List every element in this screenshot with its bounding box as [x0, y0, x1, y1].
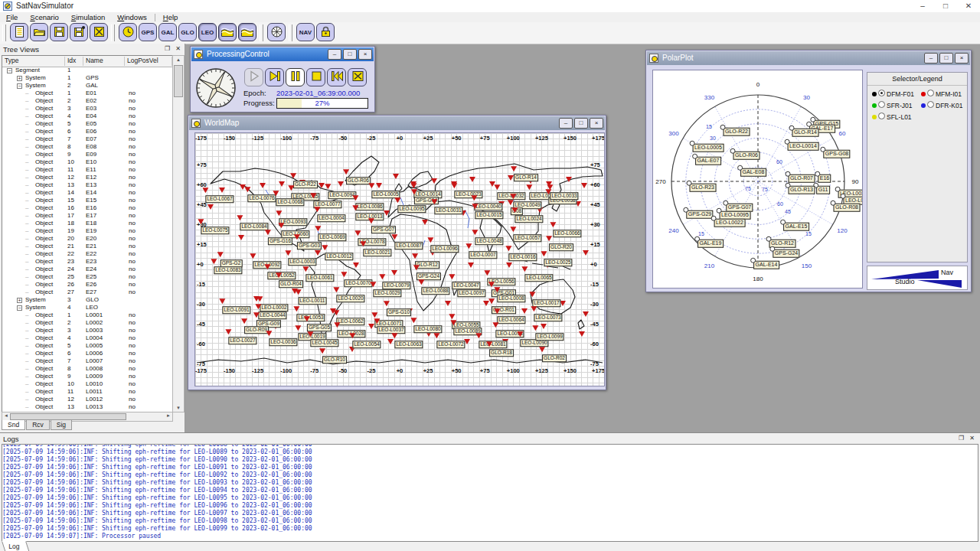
- collapse-icon[interactable]: −: [17, 305, 22, 311]
- scrollbar-thumb[interactable]: [10, 413, 126, 420]
- leo-button[interactable]: LEO: [198, 23, 217, 41]
- play-to-end-button[interactable]: [265, 68, 284, 86]
- nav-button[interactable]: NAV: [296, 23, 315, 41]
- lock-button[interactable]: [316, 23, 335, 41]
- minimize-button[interactable]: –: [328, 49, 341, 60]
- log-tab[interactable]: Log: [2, 541, 30, 551]
- tree-row[interactable]: –Object27E27no: [2, 289, 172, 296]
- clock-button[interactable]: [119, 23, 137, 41]
- minimize-button[interactable]: –: [924, 53, 938, 64]
- scrollbar-thumb[interactable]: [174, 65, 183, 97]
- tree-row[interactable]: –Object13L0013no: [2, 403, 172, 411]
- scroll-up-icon[interactable]: ▲: [173, 57, 184, 62]
- tree-row[interactable]: –Object19E19no: [2, 227, 172, 235]
- log-output[interactable]: [2025-07-09 14:59:06]:INF: Shifting eph-…: [2, 444, 978, 542]
- tree-row[interactable]: –Object12E12no: [2, 174, 172, 181]
- tree-row[interactable]: –Object15E15no: [2, 197, 172, 204]
- dock-tab-sig[interactable]: Sig: [51, 420, 72, 430]
- tree-row[interactable]: –Object11E11no: [2, 166, 172, 174]
- tree-row[interactable]: –Object7L0007no: [2, 357, 172, 365]
- scroll-left-icon[interactable]: ◄: [4, 413, 8, 418]
- polarplot-titlebar[interactable]: PolarPlot – □ ×: [647, 51, 970, 65]
- tree-row[interactable]: –Object10E10no: [2, 158, 172, 166]
- close-button[interactable]: ×: [590, 118, 603, 129]
- save-as-button[interactable]: [70, 23, 88, 41]
- dock-tab-snd[interactable]: Snd: [2, 420, 25, 430]
- gps-button[interactable]: GPS: [139, 23, 157, 41]
- close-panel-icon[interactable]: ✕: [967, 434, 977, 443]
- close-button[interactable]: ✕: [957, 0, 980, 12]
- tree-row[interactable]: –Object17E17no: [2, 212, 172, 220]
- gal-button[interactable]: GAL: [158, 23, 177, 41]
- cancel-button[interactable]: [348, 68, 367, 86]
- close-button[interactable]: ×: [955, 53, 969, 64]
- tree-row[interactable]: +System1GPS: [2, 74, 172, 82]
- menu-help[interactable]: Help: [157, 12, 185, 22]
- collapse-icon[interactable]: −: [7, 68, 12, 73]
- tree-row[interactable]: –Object11L0011no: [2, 388, 172, 396]
- tree-row[interactable]: –Object4L0004no: [2, 334, 172, 342]
- tree-row[interactable]: –Object2E02no: [2, 97, 172, 105]
- scroll-right-icon[interactable]: ►: [166, 413, 171, 418]
- tree-row[interactable]: –Object18E18no: [2, 220, 172, 227]
- column-header-idx[interactable]: Idx: [65, 57, 83, 66]
- float-panel-icon[interactable]: ❐: [162, 44, 172, 54]
- tree-row[interactable]: –Object8E08no: [2, 143, 172, 151]
- tree-row[interactable]: –Object9L0009no: [2, 373, 172, 380]
- column-header-name[interactable]: Name: [83, 57, 125, 66]
- minimize-button[interactable]: –: [911, 0, 934, 12]
- maximize-button[interactable]: □: [934, 0, 957, 12]
- save-button[interactable]: [50, 23, 68, 41]
- legend-radio[interactable]: [878, 112, 885, 119]
- collapse-icon[interactable]: −: [17, 83, 22, 89]
- menu-simulation[interactable]: Simulation: [65, 12, 111, 22]
- tree-row[interactable]: –Object16E16no: [2, 204, 172, 212]
- rewind-button[interactable]: [327, 68, 346, 86]
- menu-scenario[interactable]: Scenario: [24, 12, 65, 22]
- world-map-canvas[interactable]: -175-175-150-150-125-125-100-100-75-75-5…: [194, 132, 605, 386]
- legend-radio[interactable]: [878, 90, 885, 96]
- tree-row[interactable]: −Segment1: [2, 67, 172, 74]
- expand-icon[interactable]: +: [17, 76, 22, 81]
- tree-row[interactable]: –Object3L0003no: [2, 327, 172, 334]
- tree-row[interactable]: –Object23E23no: [2, 258, 172, 266]
- tree-row[interactable]: –Object5E05no: [2, 120, 172, 128]
- legend-radio[interactable]: [927, 101, 934, 108]
- tree-row[interactable]: –Object3E03no: [2, 105, 172, 112]
- maximize-button[interactable]: □: [343, 49, 357, 60]
- close-scenario-button[interactable]: [90, 23, 108, 41]
- tree-row[interactable]: –Object2L0002no: [2, 319, 172, 327]
- tree-row[interactable]: –Object6L0006no: [2, 350, 172, 357]
- tree-row[interactable]: –Object5L0005no: [2, 342, 172, 350]
- tree-row[interactable]: −System2GAL: [2, 82, 172, 90]
- minimize-button[interactable]: –: [559, 118, 573, 129]
- worldmap-2-button[interactable]: [238, 23, 256, 41]
- new-button[interactable]: [10, 23, 28, 41]
- expand-icon[interactable]: +: [17, 298, 22, 303]
- tree-row[interactable]: –Object21E21no: [2, 243, 172, 250]
- open-button[interactable]: [30, 23, 48, 41]
- float-panel-icon[interactable]: ❐: [956, 434, 966, 443]
- tree-row[interactable]: –Object8L0008no: [2, 365, 172, 373]
- pause-button[interactable]: [286, 68, 305, 86]
- tree-row[interactable]: –Object1E01no: [2, 90, 172, 97]
- tree-row[interactable]: –Object6E06no: [2, 128, 172, 135]
- tree-row[interactable]: –Object4E04no: [2, 112, 172, 120]
- close-panel-icon[interactable]: ✕: [173, 44, 183, 54]
- scroll-down-icon[interactable]: ▼: [173, 406, 184, 410]
- polar-plot-canvas[interactable]: 0306090120150180210240270300330153060757…: [652, 70, 863, 289]
- tree-row[interactable]: –Object7E07no: [2, 135, 172, 143]
- play-button[interactable]: [244, 68, 263, 86]
- close-button[interactable]: ×: [358, 49, 372, 60]
- tree-row[interactable]: –Object26E26no: [2, 281, 172, 289]
- tree-row[interactable]: –Object24E24no: [2, 266, 172, 273]
- tree-row[interactable]: –Object25E25no: [2, 273, 172, 281]
- worldmap-button[interactable]: [218, 23, 237, 41]
- tree-vertical-scrollbar[interactable]: ▲ ▼: [172, 55, 185, 412]
- glo-button[interactable]: GLO: [178, 23, 197, 41]
- tree-row[interactable]: –Object9E09no: [2, 151, 172, 158]
- tree-row[interactable]: –Object13E13no: [2, 181, 172, 189]
- column-header-logposvel[interactable]: LogPosVel: [125, 57, 172, 66]
- maximize-button[interactable]: □: [939, 53, 953, 64]
- processing-control-titlebar[interactable]: ProcessingControl – □ ×: [191, 47, 374, 61]
